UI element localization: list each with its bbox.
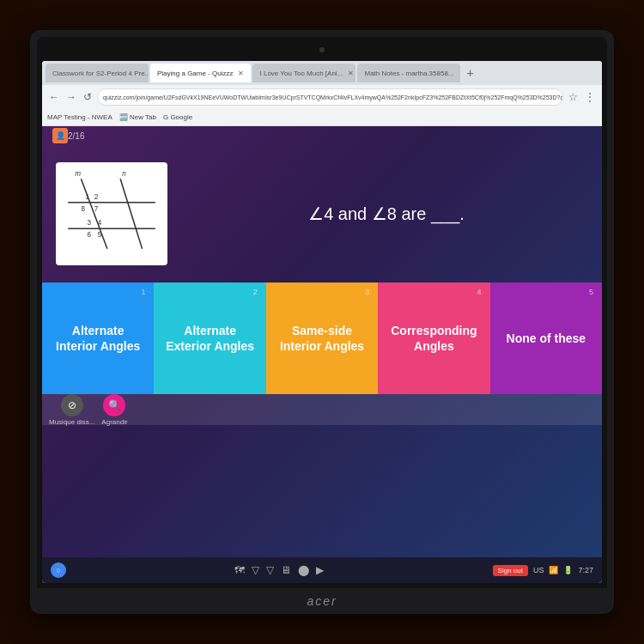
answer-num-3: 3 — [365, 288, 369, 296]
tab-iloveyou-close[interactable]: ✕ — [348, 70, 354, 77]
forward-button[interactable]: → — [64, 89, 78, 105]
svg-line-0 — [81, 179, 107, 248]
svg-text:8: 8 — [81, 205, 85, 213]
battery-icon: 🔋 — [563, 566, 573, 574]
quiz-area: 👤 2/16 — [42, 126, 602, 557]
answer-label-1: AlternateInterior Angles — [56, 323, 140, 354]
time-label: 7:27 — [578, 566, 593, 574]
answer-num-1: 1 — [141, 288, 145, 296]
taskbar-icon-circle: ○ — [51, 562, 66, 578]
zoom-label: Agrandir — [101, 418, 127, 426]
camera-dot — [319, 47, 325, 52]
tab-iloveyou[interactable]: I Love You Too Much [Ani... ✕ — [252, 64, 355, 82]
quiz-header: 👤 2/16 — [42, 126, 602, 145]
menu-button[interactable]: ⋮ — [583, 89, 597, 105]
nav2-icon[interactable]: ▽ — [266, 564, 274, 576]
svg-line-1 — [120, 179, 142, 248]
answer-num-2: 2 — [253, 288, 258, 296]
zoom-button[interactable]: 🔍 — [103, 394, 125, 416]
address-bar-row: ← → ↺ quizziz.com/join/game/U2FsdGVkX19N… — [42, 85, 602, 109]
wifi-icon: 📶 — [549, 566, 558, 574]
monitor-icon[interactable]: 🖥 — [281, 564, 291, 576]
quiz-counter: 2/16 — [68, 131, 84, 141]
svg-text:7: 7 — [94, 205, 99, 213]
answer-num-5: 5 — [589, 288, 593, 296]
svg-text:5: 5 — [98, 231, 102, 239]
quiz-icon: 👤 — [52, 128, 68, 143]
bookmark-newtab[interactable]: 🆕 New Tab — [119, 113, 156, 121]
svg-text:4: 4 — [98, 219, 102, 227]
svg-text:2: 2 — [94, 193, 99, 201]
bookmark-map[interactable]: MAP Testing - NWEA — [47, 113, 112, 121]
maps-icon[interactable]: 🗺 — [234, 564, 245, 576]
answer-label-4: CorrespondingAngles — [391, 323, 477, 354]
music-label: Musique diss... — [49, 418, 94, 426]
geometry-diagram: 1 2 8 7 3 4 6 5 m n — [56, 162, 167, 265]
tab-quizziz[interactable]: Playing a Game - Quizzz ✕ — [150, 64, 251, 82]
camera-bar — [42, 42, 602, 58]
music-button[interactable]: ⊘ — [61, 394, 83, 416]
svg-text:m: m — [75, 170, 81, 178]
acer-text: acer — [307, 594, 337, 608]
laptop-frame: Classwork for S2-Period 4 Pre... ✕ Playi… — [30, 30, 614, 614]
diagram-svg: 1 2 8 7 3 4 6 5 m n — [59, 166, 164, 262]
svg-text:1: 1 — [86, 193, 90, 201]
taskbar: ○ 🗺 ▽ ▽ 🖥 ⬤ ▶ Sign out US 📶 🔋 7:27 — [42, 557, 602, 583]
signout-button[interactable]: Sign out — [493, 565, 528, 576]
address-box[interactable]: quizziz.com/join/game/U2FsdGVkX19NEeVUWo… — [97, 88, 563, 106]
taskbar-right: Sign out US 📶 🔋 7:27 — [493, 565, 593, 576]
screen: Classwork for S2-Period 4 Pre... ✕ Playi… — [42, 61, 602, 583]
answer-button-5[interactable]: 5 None of these — [490, 283, 602, 394]
answer-label-2: AlternateExterior Angles — [166, 323, 254, 354]
back-button[interactable]: ← — [47, 89, 61, 105]
acer-label: acer — [37, 588, 607, 614]
chrome-icon[interactable]: ⬤ — [298, 564, 309, 576]
music-control: ⊘ Musique diss... — [49, 394, 94, 426]
taskbar-center: 🗺 ▽ ▽ 🖥 ⬤ ▶ — [234, 564, 324, 576]
tab-iloveyou-label: I Love You Too Much [Ani... — [259, 70, 343, 77]
question-area: 1 2 8 7 3 4 6 5 m n — [42, 145, 602, 283]
svg-text:6: 6 — [88, 231, 92, 239]
new-tab-button[interactable]: + — [462, 65, 477, 81]
bottom-controls: ⊘ Musique diss... 🔍 Agrandir — [42, 394, 602, 425]
nav-icon[interactable]: ▽ — [252, 564, 259, 576]
taskbar-left: ○ — [51, 562, 66, 578]
screen-bezel: Classwork for S2-Period 4 Pre... ✕ Playi… — [37, 37, 607, 588]
tab-mathnotes[interactable]: Math Notes - martha.35858... ✕ — [357, 64, 460, 82]
bookmarks-bar: MAP Testing - NWEA 🆕 New Tab G Google — [42, 109, 602, 126]
answer-button-3[interactable]: 3 Same-sideInterior Angles — [266, 283, 378, 394]
bookmark-button[interactable]: ☆ — [567, 89, 580, 105]
answer-button-1[interactable]: 1 AlternateInterior Angles — [42, 283, 154, 394]
refresh-button[interactable]: ↺ — [82, 89, 94, 105]
locale-label: US — [533, 566, 544, 574]
question-text: ∠4 and ∠8 are ___. — [185, 204, 588, 224]
tab-bar: Classwork for S2-Period 4 Pre... ✕ Playi… — [42, 61, 602, 85]
answer-label-5: None of these — [507, 331, 586, 346]
tab-quizziz-label: Playing a Game - Quizzz — [157, 70, 233, 77]
address-text: quizziz.com/join/game/U2FsdGVkX19NEeVUWo… — [103, 94, 563, 100]
tab-classwork[interactable]: Classwork for S2-Period 4 Pre... ✕ — [46, 64, 149, 82]
answer-label-3: Same-sideInterior Angles — [280, 323, 364, 354]
tab-classwork-label: Classwork for S2-Period 4 Pre... — [52, 70, 149, 77]
zoom-control: 🔍 Agrandir — [101, 394, 127, 426]
answer-button-2[interactable]: 2 AlternateExterior Angles — [154, 283, 265, 394]
tab-quizziz-close[interactable]: ✕ — [238, 70, 244, 77]
svg-text:3: 3 — [88, 219, 92, 227]
play-icon[interactable]: ▶ — [316, 564, 324, 576]
answer-button-4[interactable]: 4 CorrespondingAngles — [378, 283, 489, 394]
svg-text:n: n — [122, 170, 126, 178]
answers-grid: 1 AlternateInterior Angles 2 AlternateEx… — [42, 283, 602, 394]
tab-mathnotes-label: Math Notes - martha.35858... — [364, 70, 453, 77]
chrome-top: Classwork for S2-Period 4 Pre... ✕ Playi… — [42, 61, 602, 126]
bookmark-google[interactable]: G Google — [163, 113, 192, 121]
answer-num-4: 4 — [477, 288, 482, 296]
tab-mathnotes-close[interactable]: ✕ — [459, 70, 461, 77]
